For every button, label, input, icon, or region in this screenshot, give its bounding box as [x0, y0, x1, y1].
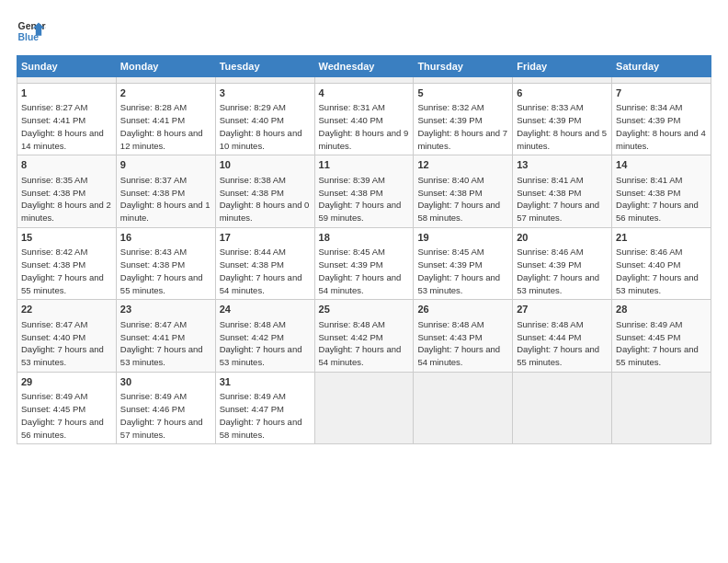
weekday-friday: Friday — [513, 56, 612, 77]
calendar-cell: 12Sunrise: 8:40 AMSunset: 4:38 PMDayligh… — [414, 155, 513, 227]
day-info: Sunrise: 8:43 AMSunset: 4:38 PMDaylight:… — [120, 246, 211, 296]
calendar-cell: 29Sunrise: 8:49 AMSunset: 4:45 PMDayligh… — [17, 372, 117, 443]
day-info: Sunrise: 8:48 AMSunset: 4:42 PMDaylight:… — [220, 318, 311, 369]
day-info: Sunrise: 8:33 AMSunset: 4:39 PMDaylight:… — [517, 101, 608, 152]
day-number: 4 — [319, 86, 410, 100]
day-info: Sunrise: 8:41 AMSunset: 4:38 PMDaylight:… — [616, 174, 707, 224]
calendar-week-0 — [17, 77, 711, 84]
day-info: Sunrise: 8:41 AMSunset: 4:38 PMDaylight:… — [517, 174, 608, 224]
calendar-cell: 21Sunrise: 8:46 AMSunset: 4:40 PMDayligh… — [612, 227, 711, 299]
day-number: 18 — [319, 231, 410, 245]
calendar-cell — [612, 372, 711, 443]
day-number: 11 — [319, 158, 410, 172]
calendar-cell: 4Sunrise: 8:31 AMSunset: 4:40 PMDaylight… — [314, 84, 414, 155]
day-info: Sunrise: 8:48 AMSunset: 4:44 PMDaylight:… — [517, 318, 608, 369]
weekday-wednesday: Wednesday — [314, 56, 414, 77]
calendar-cell: 22Sunrise: 8:47 AMSunset: 4:40 PMDayligh… — [17, 300, 117, 372]
logo-icon: General Blue — [17, 17, 46, 46]
calendar-week-1: 1Sunrise: 8:27 AMSunset: 4:41 PMDaylight… — [17, 84, 711, 155]
weekday-saturday: Saturday — [612, 56, 711, 77]
calendar-cell — [513, 372, 612, 443]
day-number: 28 — [616, 303, 707, 316]
calendar-cell: 8Sunrise: 8:35 AMSunset: 4:38 PMDaylight… — [17, 155, 117, 227]
day-info: Sunrise: 8:28 AMSunset: 4:41 PMDaylight:… — [120, 101, 211, 152]
day-number: 31 — [220, 375, 311, 389]
day-number: 21 — [616, 231, 707, 245]
day-number: 7 — [616, 86, 707, 100]
calendar-cell: 9Sunrise: 8:37 AMSunset: 4:38 PMDaylight… — [116, 155, 215, 227]
day-number: 10 — [220, 158, 311, 172]
day-number: 27 — [517, 303, 608, 316]
day-number: 15 — [21, 231, 112, 245]
day-number: 22 — [21, 303, 112, 316]
calendar-cell: 26Sunrise: 8:48 AMSunset: 4:43 PMDayligh… — [414, 300, 513, 372]
day-info: Sunrise: 8:38 AMSunset: 4:38 PMDaylight:… — [220, 174, 311, 224]
day-number: 23 — [120, 303, 211, 316]
day-number: 9 — [120, 158, 211, 172]
calendar-cell — [314, 372, 414, 443]
calendar-cell — [513, 77, 612, 84]
calendar-cell: 15Sunrise: 8:42 AMSunset: 4:38 PMDayligh… — [17, 227, 117, 299]
day-info: Sunrise: 8:49 AMSunset: 4:47 PMDaylight:… — [220, 390, 311, 441]
day-info: Sunrise: 8:37 AMSunset: 4:38 PMDaylight:… — [120, 174, 211, 224]
day-number: 16 — [120, 231, 211, 245]
weekday-sunday: Sunday — [17, 56, 117, 77]
day-info: Sunrise: 8:31 AMSunset: 4:40 PMDaylight:… — [319, 101, 410, 152]
calendar-cell — [612, 77, 711, 84]
calendar-cell: 19Sunrise: 8:45 AMSunset: 4:39 PMDayligh… — [414, 227, 513, 299]
day-info: Sunrise: 8:32 AMSunset: 4:39 PMDaylight:… — [417, 101, 508, 152]
day-info: Sunrise: 8:40 AMSunset: 4:38 PMDaylight:… — [417, 174, 508, 224]
day-number: 19 — [417, 231, 508, 245]
day-number: 24 — [220, 303, 311, 316]
day-number: 17 — [220, 231, 311, 245]
day-number: 14 — [616, 158, 707, 172]
calendar-cell — [314, 77, 414, 84]
calendar-cell: 16Sunrise: 8:43 AMSunset: 4:38 PMDayligh… — [116, 227, 215, 299]
day-info: Sunrise: 8:45 AMSunset: 4:39 PMDaylight:… — [417, 246, 508, 296]
day-info: Sunrise: 8:48 AMSunset: 4:42 PMDaylight:… — [319, 318, 410, 369]
calendar-week-5: 29Sunrise: 8:49 AMSunset: 4:45 PMDayligh… — [17, 372, 711, 443]
day-number: 8 — [21, 158, 112, 172]
calendar-cell — [414, 77, 513, 84]
day-info: Sunrise: 8:48 AMSunset: 4:43 PMDaylight:… — [417, 318, 508, 369]
day-number: 20 — [517, 231, 608, 245]
page: General Blue SundayMondayTuesdayWednesda… — [0, 0, 728, 563]
day-number: 13 — [517, 158, 608, 172]
day-info: Sunrise: 8:27 AMSunset: 4:41 PMDaylight:… — [21, 101, 112, 152]
calendar-cell: 27Sunrise: 8:48 AMSunset: 4:44 PMDayligh… — [513, 300, 612, 372]
calendar-cell: 2Sunrise: 8:28 AMSunset: 4:41 PMDaylight… — [116, 84, 215, 155]
day-number: 5 — [417, 86, 508, 100]
day-info: Sunrise: 8:42 AMSunset: 4:38 PMDaylight:… — [21, 246, 112, 296]
day-info: Sunrise: 8:49 AMSunset: 4:45 PMDaylight:… — [616, 318, 707, 369]
calendar-cell — [116, 77, 215, 84]
calendar-week-4: 22Sunrise: 8:47 AMSunset: 4:40 PMDayligh… — [17, 300, 711, 372]
calendar-week-2: 8Sunrise: 8:35 AMSunset: 4:38 PMDaylight… — [17, 155, 711, 227]
calendar-cell: 14Sunrise: 8:41 AMSunset: 4:38 PMDayligh… — [612, 155, 711, 227]
day-number: 2 — [120, 86, 211, 100]
day-info: Sunrise: 8:49 AMSunset: 4:46 PMDaylight:… — [120, 390, 211, 441]
day-info: Sunrise: 8:45 AMSunset: 4:39 PMDaylight:… — [319, 246, 410, 296]
calendar-table: SundayMondayTuesdayWednesdayThursdayFrid… — [17, 55, 711, 444]
logo: General Blue — [17, 17, 46, 46]
day-info: Sunrise: 8:34 AMSunset: 4:39 PMDaylight:… — [616, 101, 707, 152]
day-info: Sunrise: 8:35 AMSunset: 4:38 PMDaylight:… — [21, 174, 112, 224]
calendar-cell: 11Sunrise: 8:39 AMSunset: 4:38 PMDayligh… — [314, 155, 414, 227]
weekday-thursday: Thursday — [414, 56, 513, 77]
weekday-monday: Monday — [116, 56, 215, 77]
day-number: 12 — [417, 158, 508, 172]
day-info: Sunrise: 8:29 AMSunset: 4:40 PMDaylight:… — [220, 101, 311, 152]
day-info: Sunrise: 8:49 AMSunset: 4:45 PMDaylight:… — [21, 390, 112, 441]
day-number: 3 — [220, 86, 311, 100]
header: General Blue — [17, 17, 711, 46]
calendar-cell: 31Sunrise: 8:49 AMSunset: 4:47 PMDayligh… — [215, 372, 314, 443]
calendar-cell — [215, 77, 314, 84]
calendar-cell: 3Sunrise: 8:29 AMSunset: 4:40 PMDaylight… — [215, 84, 314, 155]
calendar-cell: 17Sunrise: 8:44 AMSunset: 4:38 PMDayligh… — [215, 227, 314, 299]
calendar-cell: 10Sunrise: 8:38 AMSunset: 4:38 PMDayligh… — [215, 155, 314, 227]
day-number: 29 — [21, 375, 112, 389]
day-info: Sunrise: 8:47 AMSunset: 4:40 PMDaylight:… — [21, 318, 112, 369]
calendar-week-3: 15Sunrise: 8:42 AMSunset: 4:38 PMDayligh… — [17, 227, 711, 299]
day-info: Sunrise: 8:47 AMSunset: 4:41 PMDaylight:… — [120, 318, 211, 369]
weekday-header-row: SundayMondayTuesdayWednesdayThursdayFrid… — [17, 56, 711, 77]
calendar-cell: 6Sunrise: 8:33 AMSunset: 4:39 PMDaylight… — [513, 84, 612, 155]
